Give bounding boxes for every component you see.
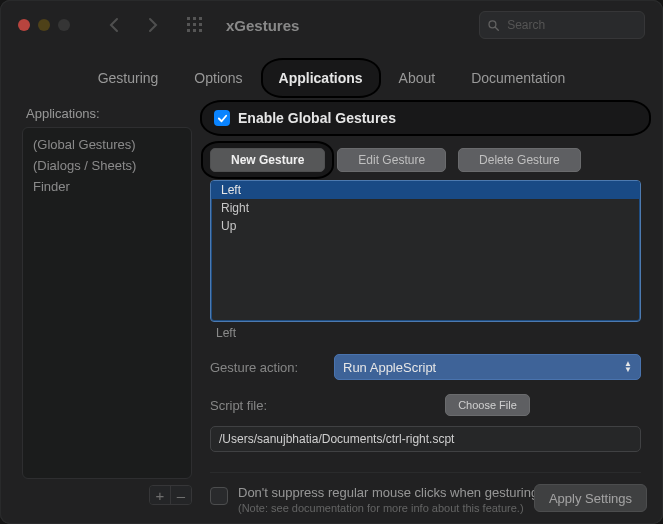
applications-heading: Applications: <box>22 106 192 121</box>
edit-gesture-button[interactable]: Edit Gesture <box>337 148 446 172</box>
gesture-list-item[interactable]: Left <box>211 181 640 199</box>
svg-rect-2 <box>199 17 202 20</box>
all-prefs-grid-icon[interactable] <box>182 12 208 38</box>
select-arrows-icon: ▲▼ <box>624 361 632 373</box>
tab-about[interactable]: About <box>391 64 444 92</box>
back-button[interactable] <box>98 12 130 38</box>
suppress-clicks-label: Don't suppress regular mouse clicks when… <box>238 485 538 500</box>
svg-rect-6 <box>187 29 190 32</box>
svg-rect-7 <box>193 29 196 32</box>
new-gesture-button[interactable]: New Gesture <box>210 148 325 172</box>
svg-rect-0 <box>187 17 190 20</box>
apply-settings-button[interactable]: Apply Settings <box>534 484 647 512</box>
choose-file-button[interactable]: Choose File <box>445 394 530 416</box>
tab-options[interactable]: Options <box>186 64 250 92</box>
search-input[interactable] <box>505 17 636 33</box>
suppress-clicks-checkbox[interactable] <box>210 487 228 505</box>
sidebar-item-dialogs[interactable]: (Dialogs / Sheets) <box>31 155 183 176</box>
suppress-clicks-note: (Note: see documentation for more info a… <box>238 502 538 514</box>
tab-gesturing[interactable]: Gesturing <box>90 64 167 92</box>
svg-rect-4 <box>193 23 196 26</box>
gesture-list-item[interactable]: Right <box>211 199 640 217</box>
search-icon <box>488 19 499 32</box>
tab-bar: Gesturing Options Applications About Doc… <box>0 64 663 92</box>
gesture-action-label: Gesture action: <box>210 360 320 375</box>
gesture-list-selection-label: Left <box>210 326 641 340</box>
sidebar-item-global[interactable]: (Global Gestures) <box>31 134 183 155</box>
svg-rect-3 <box>187 23 190 26</box>
enable-global-gestures-checkbox[interactable] <box>214 110 230 126</box>
add-application-button[interactable]: + <box>150 486 170 504</box>
window-title: xGestures <box>226 17 299 34</box>
window-traffic-lights[interactable] <box>18 19 70 31</box>
delete-gesture-button[interactable]: Delete Gesture <box>458 148 581 172</box>
svg-rect-1 <box>193 17 196 20</box>
gesture-action-select[interactable]: Run AppleScript ▲▼ <box>334 354 641 380</box>
remove-application-button[interactable]: – <box>170 486 191 504</box>
script-file-label: Script file: <box>210 398 320 413</box>
divider <box>210 472 641 473</box>
gesture-action-value: Run AppleScript <box>343 360 436 375</box>
search-field[interactable] <box>479 11 645 39</box>
enable-global-gestures-label: Enable Global Gestures <box>238 110 396 126</box>
tab-applications[interactable]: Applications <box>271 64 371 92</box>
gesture-list[interactable]: Left Right Up <box>210 180 641 322</box>
zoom-window-icon[interactable] <box>58 19 70 31</box>
tab-documentation[interactable]: Documentation <box>463 64 573 92</box>
svg-line-10 <box>495 27 498 30</box>
forward-button[interactable] <box>136 12 168 38</box>
gesture-list-item[interactable]: Up <box>211 217 640 235</box>
minimize-window-icon[interactable] <box>38 19 50 31</box>
svg-rect-5 <box>199 23 202 26</box>
svg-rect-8 <box>199 29 202 32</box>
script-file-path[interactable]: /Users/sanujbhatia/Documents/ctrl-right.… <box>210 426 641 452</box>
sidebar-item-finder[interactable]: Finder <box>31 176 183 197</box>
applications-list[interactable]: (Global Gestures) (Dialogs / Sheets) Fin… <box>22 127 192 479</box>
close-window-icon[interactable] <box>18 19 30 31</box>
